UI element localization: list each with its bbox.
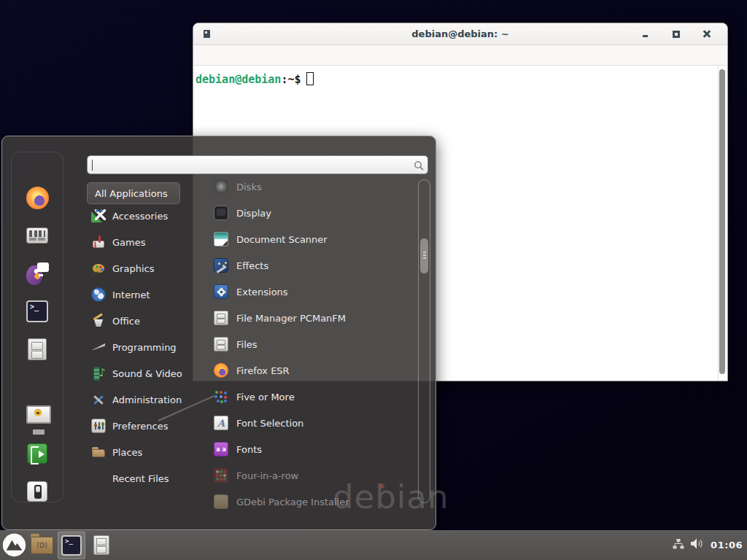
internet-icon — [91, 287, 106, 302]
terminal-menubar — [193, 45, 727, 66]
disks-icon — [214, 179, 228, 194]
folder-icon — [31, 537, 53, 554]
app-effects[interactable]: Effects — [193, 252, 417, 279]
file-cabinet-icon — [93, 535, 109, 555]
app-font-selection[interactable]: Font Selection — [193, 410, 417, 436]
app-display[interactable]: Display — [193, 200, 417, 226]
taskbar-terminal-active[interactable] — [58, 532, 85, 559]
app-files[interactable]: Files — [193, 331, 417, 357]
menu-help[interactable] — [260, 53, 272, 58]
taskbar-file-cabinet[interactable] — [93, 532, 109, 559]
taskbar-file-manager[interactable] — [31, 532, 53, 559]
fonts-icon — [214, 442, 228, 456]
effects-icon — [214, 258, 228, 273]
app-extensions[interactable]: Extensions — [193, 279, 417, 305]
preferences-icon — [91, 419, 106, 433]
shutdown-icon — [27, 481, 47, 502]
sound-video-icon — [91, 366, 106, 381]
category-places[interactable]: Places — [87, 439, 196, 465]
category-programming[interactable]: Programming — [87, 334, 196, 360]
lock-icon — [26, 405, 49, 427]
menu-edit[interactable] — [214, 53, 225, 58]
search-input[interactable] — [87, 155, 428, 174]
terminal-scrollbar-thumb[interactable] — [719, 69, 725, 374]
games-icon — [91, 235, 106, 249]
system-tray: 01:06 — [673, 538, 747, 552]
minimize-button[interactable] — [641, 30, 650, 39]
category-recent-files[interactable]: Recent Files — [87, 465, 196, 491]
category-internet[interactable]: Internet — [87, 281, 196, 308]
search-icon — [414, 160, 424, 174]
four-in-a-row-icon — [214, 468, 228, 483]
prompt-suffix: :~$ — [281, 73, 301, 86]
item-logout[interactable] — [24, 440, 50, 467]
gdebi-icon — [214, 494, 228, 509]
logout-icon — [27, 443, 47, 464]
clock[interactable]: 01:06 — [711, 540, 743, 551]
item-lock-screen[interactable] — [24, 402, 50, 429]
volume-icon[interactable] — [691, 538, 704, 552]
places-icon — [91, 445, 106, 459]
programming-icon — [91, 340, 106, 354]
debian-watermark: debian — [333, 478, 449, 516]
app-document-scanner[interactable]: Document Scanner — [193, 226, 417, 252]
terminal-icon — [61, 535, 82, 556]
application-menu: All Applications AccessoriesGamesGraphic… — [1, 136, 436, 530]
category-administration[interactable]: Administration — [87, 386, 196, 413]
accessories-icon — [91, 209, 106, 223]
extensions-icon — [214, 284, 228, 299]
graphics-icon — [91, 261, 106, 276]
category-games[interactable]: Games — [87, 229, 196, 255]
menu-view[interactable] — [225, 53, 237, 58]
file-cabinet-icon — [214, 311, 228, 325]
font-selection-icon — [214, 416, 228, 430]
category-list: AccessoriesGamesGraphicsInternetOfficePr… — [87, 203, 196, 491]
application-list: DisksDisplayDocument ScannerEffectsExten… — [193, 174, 417, 515]
category-sound-video[interactable]: Sound & Video — [87, 360, 196, 386]
category-office[interactable]: Office — [87, 308, 196, 334]
terminal-titlebar[interactable]: debian@debian: ~ — [193, 23, 727, 45]
terminal-cursor — [306, 72, 314, 85]
menu-terminal[interactable] — [249, 53, 260, 58]
menu-logo-icon — [2, 533, 26, 557]
menu-scrollbar-thumb[interactable] — [420, 238, 428, 273]
network-icon[interactable] — [673, 538, 684, 552]
close-button[interactable] — [703, 30, 711, 39]
file-cabinet-icon — [214, 337, 228, 351]
app-firefox-esr[interactable]: Firefox ESR — [193, 357, 417, 384]
app-fonts[interactable]: Fonts — [193, 436, 417, 462]
app-file-manager-pcmanfm[interactable]: File Manager PCManFM — [193, 305, 417, 331]
five-or-more-icon — [214, 389, 228, 404]
debian-watermark-dot — [379, 483, 384, 489]
taskbar: 01:06 — [0, 530, 747, 560]
menu-search[interactable] — [237, 53, 249, 58]
menu-file[interactable] — [202, 53, 214, 58]
category-all-applications[interactable]: All Applications — [87, 182, 180, 204]
category-preferences[interactable]: Preferences — [87, 413, 196, 439]
menu-button[interactable] — [2, 532, 26, 559]
document-scanner-icon — [214, 232, 228, 246]
terminal-scrollbar[interactable] — [718, 66, 727, 381]
maximize-button[interactable] — [672, 30, 681, 39]
display-icon — [214, 206, 228, 220]
session-box — [11, 152, 63, 502]
menu-scrollbar[interactable] — [418, 179, 430, 503]
item-shutdown[interactable] — [24, 478, 50, 505]
app-five-or-more[interactable]: Five or More — [193, 384, 417, 410]
category-accessories[interactable]: Accessories — [87, 203, 196, 229]
administration-icon — [91, 392, 106, 407]
app-disks[interactable]: Disks — [193, 174, 417, 200]
category-graphics[interactable]: Graphics — [87, 255, 196, 281]
office-icon — [91, 314, 106, 328]
prompt-user: debian@debian — [196, 73, 281, 86]
firefox-icon — [214, 363, 228, 378]
